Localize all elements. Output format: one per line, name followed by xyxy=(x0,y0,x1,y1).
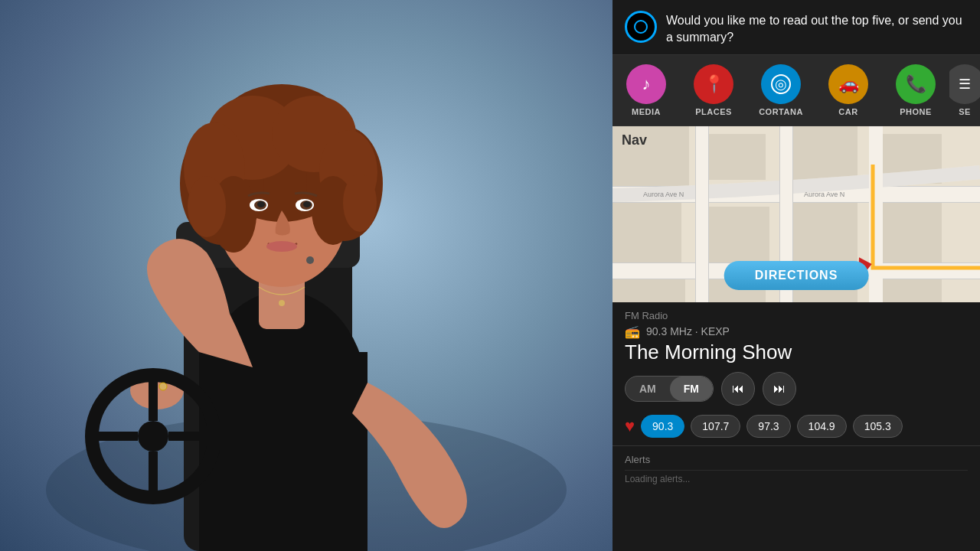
cortana-nav-icon: ◎ xyxy=(771,74,791,94)
prev-track-icon: ⏮ xyxy=(732,382,744,396)
map-section: Nav xyxy=(612,126,980,302)
media-icon-circle: ♪ xyxy=(626,64,666,104)
nav-item-car[interactable]: 🚗 CAR xyxy=(815,61,882,119)
partial-icon-circle: ☰ xyxy=(949,64,980,104)
radio-show-name: The Morning Show xyxy=(625,341,968,364)
car-icon-circle: 🚗 xyxy=(828,64,868,104)
next-track-button[interactable]: ⏭ xyxy=(763,372,796,406)
svg-rect-54 xyxy=(695,126,709,302)
svg-point-31 xyxy=(266,241,297,252)
svg-point-24 xyxy=(343,174,377,232)
svg-rect-43 xyxy=(880,203,942,264)
nav-item-media[interactable]: ♪ MEDIA xyxy=(612,61,680,119)
nav-icons-bar: ♪ MEDIA 📍 PLACES ◎ CORTANA 🚗 CAR 📞 xyxy=(612,55,980,126)
svg-point-7 xyxy=(138,421,168,452)
radio-section-label: FM Radio xyxy=(625,310,968,321)
partial-icon: ☰ xyxy=(959,76,971,93)
driver-photo-panel xyxy=(0,0,612,551)
svg-text:Aurora Ave N: Aurora Ave N xyxy=(643,191,684,198)
fm-button[interactable]: FM xyxy=(670,377,713,401)
nav-item-cortana[interactable]: ◎ CORTANA xyxy=(747,61,815,119)
alert-item-placeholder: Loading alerts... xyxy=(625,470,968,487)
svg-rect-41 xyxy=(704,207,769,264)
am-button[interactable]: AM xyxy=(626,377,670,401)
places-icon-circle: 📍 xyxy=(694,64,733,104)
svg-rect-4 xyxy=(199,352,368,551)
car-ui-panel: Would you like me to read out the top fi… xyxy=(612,0,980,551)
svg-rect-42 xyxy=(789,203,858,264)
cortana-nav-label: CORTANA xyxy=(759,107,803,116)
nav-item-partial[interactable]: ☰ SE xyxy=(949,61,980,119)
places-label: PLACES xyxy=(695,107,732,116)
car-label: CAR xyxy=(838,107,858,116)
media-icon: ♪ xyxy=(642,74,651,94)
svg-rect-55 xyxy=(695,126,696,302)
cortana-message: Would you like me to read out the top fi… xyxy=(666,11,968,47)
car-icon: 🚗 xyxy=(838,74,859,94)
partial-label: SE xyxy=(959,107,971,116)
phone-label: PHONE xyxy=(900,107,932,116)
directions-button[interactable]: DIRECTIONS xyxy=(724,261,869,290)
map-nav-label: Nav xyxy=(622,132,647,148)
places-icon: 📍 xyxy=(704,74,724,94)
alerts-section: Alerts Loading alerts... xyxy=(612,446,980,551)
radio-section: FM Radio 📻 90.3 MHz · KEXP The Morning S… xyxy=(612,302,980,446)
radio-broadcast-icon: 📻 xyxy=(625,324,640,339)
radio-frequency: 90.3 MHz · KEXP xyxy=(646,325,730,337)
nav-item-places[interactable]: 📍 PLACES xyxy=(680,61,747,119)
cortana-nav-icon-circle: ◎ xyxy=(761,64,801,104)
svg-rect-50 xyxy=(612,202,980,203)
media-label: MEDIA xyxy=(632,107,661,116)
svg-rect-56 xyxy=(708,126,709,302)
cortana-icon xyxy=(625,11,657,43)
nav-item-phone[interactable]: 📞 PHONE xyxy=(882,61,949,119)
preset-1[interactable]: 90.3 xyxy=(641,415,684,438)
svg-point-30 xyxy=(303,201,311,207)
radio-controls: AM FM ⏮ ⏭ xyxy=(625,372,968,406)
preset-5[interactable]: 105.3 xyxy=(853,415,903,438)
prev-track-button[interactable]: ⏮ xyxy=(721,372,755,406)
svg-point-34 xyxy=(159,383,167,390)
preset-3[interactable]: 97.3 xyxy=(746,415,790,438)
phone-icon-circle: 📞 xyxy=(896,64,936,104)
radio-station-info: 📻 90.3 MHz · KEXP xyxy=(625,324,968,339)
svg-text:Aurora Ave N: Aurora Ave N xyxy=(804,191,844,198)
cortana-inner-circle xyxy=(634,20,648,34)
phone-icon: 📞 xyxy=(906,74,926,94)
preset-4[interactable]: 104.9 xyxy=(797,415,847,438)
preset-2[interactable]: 107.7 xyxy=(691,415,740,438)
svg-point-32 xyxy=(279,300,285,306)
svg-point-23 xyxy=(188,176,226,237)
favorite-button[interactable]: ♥ xyxy=(625,416,635,436)
station-presets: ♥ 90.3 107.7 97.3 104.9 105.3 xyxy=(625,415,968,438)
alerts-label: Alerts xyxy=(625,454,968,465)
svg-point-29 xyxy=(257,201,265,207)
next-track-icon: ⏭ xyxy=(773,382,786,396)
svg-point-33 xyxy=(306,256,314,264)
svg-rect-37 xyxy=(704,134,766,180)
am-fm-toggle: AM FM xyxy=(625,376,714,402)
person-silhouette xyxy=(46,31,567,551)
svg-rect-40 xyxy=(612,203,681,264)
cortana-header: Would you like me to read out the top fi… xyxy=(612,0,980,55)
